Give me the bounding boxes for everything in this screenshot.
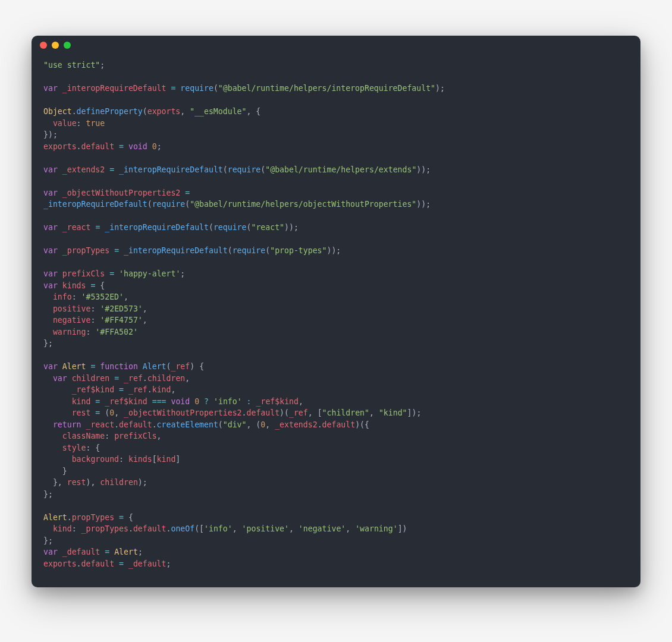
- code-token: var: [43, 84, 58, 93]
- code-content: "use strict"; var _interopRequireDefault…: [32, 55, 640, 587]
- code-token: "use strict": [43, 61, 100, 70]
- minimize-icon[interactable]: [52, 42, 59, 49]
- zoom-icon[interactable]: [64, 42, 71, 49]
- code-window: "use strict"; var _interopRequireDefault…: [32, 36, 640, 587]
- titlebar: [32, 36, 640, 55]
- close-icon[interactable]: [40, 42, 47, 49]
